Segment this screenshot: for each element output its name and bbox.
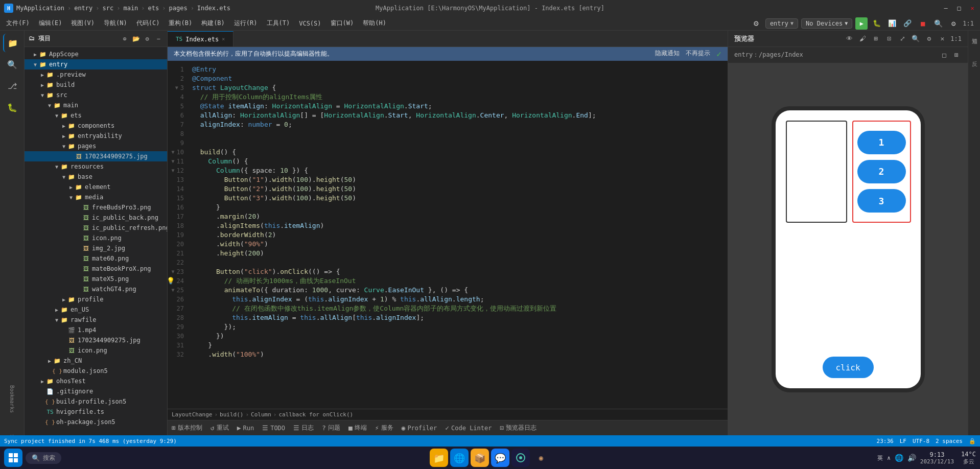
taskbar-app-idea[interactable]: ◉ (532, 449, 550, 467)
tree-buildprofile[interactable]: { } build-profile.json5 (25, 396, 167, 407)
tree-zhcn[interactable]: ▶ 📁 zh_CN (25, 356, 167, 366)
tree-icon[interactable]: 🖼 icon.png (25, 233, 167, 243)
fold-10[interactable]: ▼ (170, 148, 175, 157)
menu-refactor[interactable]: 重构(B) (165, 18, 196, 29)
taskbar-app-deveco[interactable] (511, 449, 530, 467)
preview-btn-2[interactable]: 2 (857, 160, 906, 183)
preview-settings-icon[interactable]: ⚙ (924, 34, 934, 44)
status-lf[interactable]: LF (900, 438, 906, 444)
taskbar-app-edge[interactable]: 🌐 (450, 449, 469, 467)
stop-button[interactable]: ■ (917, 17, 929, 30)
tree-icback[interactable]: 🖼 ic_public_back.png (25, 213, 167, 223)
tray-up[interactable]: ∧ (887, 455, 891, 461)
tree-rawfile[interactable]: ▼ 📁 rawfile (25, 315, 167, 325)
tree-media[interactable]: ▼ 📁 media (25, 192, 167, 202)
tree-element[interactable]: ▶ 📁 element (25, 182, 167, 192)
feedback-label[interactable]: 结 (8, 428, 17, 432)
tree-jpg-file[interactable]: 🖼 1702344909275.jpg (25, 151, 167, 161)
tree-main[interactable]: ▼ 📁 main (25, 100, 167, 110)
tool-terminal[interactable]: ■ 终端 (348, 424, 367, 432)
fold-3[interactable]: ▼ (173, 83, 178, 92)
menu-vcs[interactable]: VCS(S) (295, 19, 325, 28)
activity-debug[interactable]: 🐛 (3, 98, 21, 116)
preview-click-btn[interactable]: click (823, 357, 874, 378)
activity-search[interactable]: 🔍 (3, 55, 21, 74)
tree-preview[interactable]: ▶ 📁 .preview (25, 69, 167, 80)
tray-volume[interactable]: 🔊 (907, 454, 916, 462)
tree-entryability[interactable]: ▶ 📁 entryability (25, 131, 167, 141)
fold-11[interactable]: ▼ (170, 157, 175, 166)
settings-icon-btn[interactable]: ⚙ (750, 17, 762, 30)
menu-tools[interactable]: 工具(T) (263, 18, 294, 29)
activity-explorer[interactable]: 📁 (3, 34, 21, 52)
tree-mate60[interactable]: 🖼 mate60.png (25, 253, 167, 264)
tree-src[interactable]: ▼ 📁 src (25, 90, 167, 100)
taskbar-app-messenger[interactable]: 💬 (491, 449, 509, 467)
preview-sub-icon1[interactable]: □ (939, 50, 949, 60)
tool-services[interactable]: ⚡ 服务 (375, 424, 393, 432)
tree-enus[interactable]: ▶ 📁 en_US (25, 304, 167, 315)
preview-eye-icon[interactable]: 👁 (844, 34, 854, 44)
tree-ohostest[interactable]: ▶ 📁 ohosTest (25, 376, 167, 386)
bc-column[interactable]: Column (251, 411, 271, 418)
bc-build[interactable]: build() (220, 411, 243, 418)
tree-watchGT4[interactable]: 🖼 watchGT4.png (25, 284, 167, 294)
tool-version-control[interactable]: ⊞ 版本控制 (172, 424, 202, 432)
fold-23[interactable]: ▼ (170, 267, 175, 276)
taskbar-app-yellow[interactable]: 📦 (471, 449, 489, 467)
devices-dropdown[interactable]: No Devices ▼ (801, 18, 852, 29)
tree-entry[interactable]: ▼ 📁 entry (25, 59, 167, 69)
taskbar-app-files[interactable]: 📁 (430, 449, 448, 467)
menu-view[interactable]: 视图(V) (67, 18, 99, 29)
menu-build[interactable]: 构建(B) (197, 18, 229, 29)
tree-mateBookProX[interactable]: 🖼 mateBookProX.png (25, 264, 167, 274)
profile-button[interactable]: 📊 (886, 17, 898, 30)
taskbar-windows-btn[interactable] (4, 449, 22, 467)
tree-icrefresh[interactable]: 🖼 ic_public_refresh.png (25, 223, 167, 233)
tree-mp4[interactable]: 🎬 1.mp4 (25, 325, 167, 335)
menu-run[interactable]: 运行(R) (230, 18, 262, 29)
tree-module[interactable]: { } module.json5 (25, 366, 167, 376)
tool-issues[interactable]: ? 问题 (322, 424, 340, 432)
activity-git[interactable]: ⎇ (3, 77, 21, 95)
entry-dropdown[interactable]: entry ▼ (765, 18, 798, 29)
tree-appscope[interactable]: ▶ 📁 AppScope (25, 49, 167, 59)
tree-pages[interactable]: ▼ 📁 pages (25, 141, 167, 151)
menu-nav[interactable]: 导航(N) (100, 18, 131, 29)
attach-button[interactable]: 🔗 (901, 17, 914, 30)
tree-gitignore[interactable]: 📄 .gitignore (25, 386, 167, 396)
tree-rawicon[interactable]: 🖼 icon.png (25, 345, 167, 356)
status-indent[interactable]: 2 spaces (936, 438, 963, 444)
status-position[interactable]: 23:36 (877, 438, 894, 444)
bc-callback[interactable]: callback for onClick() (278, 411, 353, 418)
bookmarks-label[interactable]: Bookmarks (8, 383, 16, 415)
search-button[interactable]: 🔍 (932, 17, 944, 30)
tool-run[interactable]: ▶ Run (237, 424, 254, 432)
minimize-button[interactable]: — (942, 5, 949, 12)
tool-retry[interactable]: ↺ 重试 (211, 424, 229, 432)
preview-grid-icon[interactable]: ⊞ (871, 34, 881, 44)
tree-mateX5[interactable]: 🖼 mateX5.png (25, 274, 167, 284)
debug-button[interactable]: 🐛 (871, 17, 883, 30)
menu-help[interactable]: 帮助(H) (359, 18, 390, 29)
preview-sub-icon2[interactable]: ⊞ (951, 50, 962, 60)
tree-img2[interactable]: 🖼 img_2.jpg (25, 243, 167, 253)
sidebar-settings[interactable]: ⚙ (143, 34, 152, 43)
code-content[interactable]: @Entry @Component struct LayoutChange { … (188, 61, 728, 409)
tree-profile[interactable]: ▶ 📁 profile (25, 294, 167, 304)
preview-btn-1[interactable]: 1 (857, 131, 906, 154)
tree-resources[interactable]: ▼ 📁 resources (25, 161, 167, 172)
tree-freebuds[interactable]: 🖼 freeBudsPro3.png (25, 202, 167, 213)
tree-base[interactable]: ▼ 📁 base (25, 172, 167, 182)
tool-codelinter[interactable]: ✓ Code Linter (445, 424, 492, 432)
tool-profiler[interactable]: ◉ Profiler (402, 424, 437, 432)
bc-layoutchange[interactable]: LayoutChange (172, 411, 212, 418)
no-more-btn[interactable]: 不再提示 (686, 49, 710, 59)
tool-log[interactable]: ☰ 日志 (293, 424, 314, 432)
close-button[interactable]: ✕ (969, 5, 976, 12)
fold-25[interactable]: ▼ (170, 286, 175, 295)
keyboard-lang[interactable]: 英 (877, 454, 883, 462)
menu-edit[interactable]: 编辑(E) (35, 18, 66, 29)
preview-btn-3[interactable]: 3 (857, 189, 906, 213)
tray-network[interactable]: 🌐 (895, 454, 903, 462)
